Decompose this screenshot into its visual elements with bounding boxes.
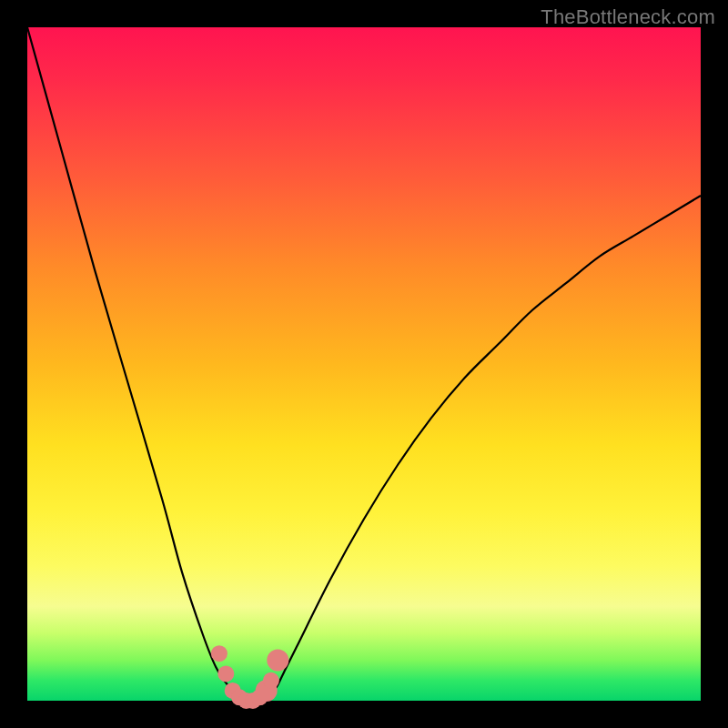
outer-frame: TheBottleneck.com: [0, 0, 728, 728]
marker-layer: [211, 645, 288, 709]
data-marker: [217, 665, 234, 682]
watermark-text: TheBottleneck.com: [541, 5, 715, 29]
curve-layer: [27, 27, 701, 702]
data-marker: [267, 650, 288, 672]
chart-svg: [27, 27, 701, 701]
data-marker: [211, 645, 228, 662]
bottleneck-curve: [27, 27, 701, 702]
plot-area: [27, 27, 701, 701]
data-marker: [263, 672, 279, 689]
